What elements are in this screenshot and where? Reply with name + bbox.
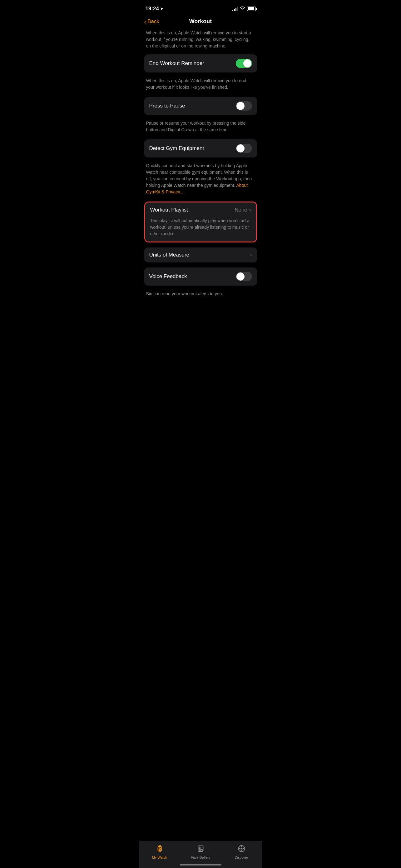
toggle-knob <box>236 273 244 281</box>
press-to-pause-label: Press to Pause <box>149 103 185 109</box>
workout-playlist-container: Workout Playlist None › This playlist wi… <box>144 202 257 243</box>
voice-feedback-label: Voice Feedback <box>149 273 187 280</box>
nav-bar: ‹ Back Workout <box>139 16 262 28</box>
status-time: 19:24 ➤ <box>145 6 163 12</box>
page-title: Workout <box>189 18 212 25</box>
back-button[interactable]: ‹ Back <box>144 19 159 25</box>
end-workout-reminder-block: End Workout Reminder When this is on, Ap… <box>144 54 257 92</box>
status-icons <box>232 6 256 11</box>
voice-feedback-block: Voice Feedback Siri can read your workou… <box>144 268 257 299</box>
press-to-pause-block: Press to Pause Pause or resume your work… <box>144 97 257 134</box>
voice-feedback-toggle[interactable] <box>236 272 252 281</box>
back-label: Back <box>147 19 159 25</box>
detect-gym-label: Detect Gym Equipment <box>149 145 204 152</box>
voice-feedback-description: Siri can read your workout alerts to you… <box>144 288 257 299</box>
toggle-knob <box>236 102 244 110</box>
detect-gym-row[interactable]: Detect Gym Equipment <box>144 140 257 157</box>
toggle-knob <box>243 59 252 67</box>
units-of-measure-chevron-icon: › <box>250 252 252 258</box>
signal-icon <box>232 6 238 11</box>
start-reminder-description: When this is on, Apple Watch will remind… <box>144 28 257 54</box>
press-to-pause-description: Pause or resume your workout by pressing… <box>144 118 257 134</box>
status-bar: 19:24 ➤ <box>139 0 262 16</box>
workout-playlist-block: Workout Playlist None › This playlist wi… <box>145 203 256 242</box>
workout-playlist-value: None <box>235 207 247 213</box>
units-of-measure-block: Units of Measure › <box>144 247 257 262</box>
end-workout-reminder-toggle[interactable] <box>236 59 252 68</box>
units-of-measure-row[interactable]: Units of Measure › <box>144 247 257 262</box>
end-workout-reminder-label: End Workout Reminder <box>149 60 204 67</box>
press-to-pause-row[interactable]: Press to Pause <box>144 97 257 115</box>
battery-icon <box>247 6 256 11</box>
end-workout-reminder-description: When this is on, Apple Watch will remind… <box>144 75 257 92</box>
detect-gym-block: Detect Gym Equipment Quickly connect and… <box>144 140 257 196</box>
location-icon: ➤ <box>160 6 163 11</box>
time-display: 19:24 <box>145 6 159 12</box>
press-to-pause-toggle[interactable] <box>236 101 252 111</box>
workout-playlist-chevron-icon: › <box>249 207 251 213</box>
back-chevron-icon: ‹ <box>144 19 146 25</box>
voice-feedback-row[interactable]: Voice Feedback <box>144 268 257 286</box>
workout-playlist-row[interactable]: Workout Playlist None › <box>145 203 256 217</box>
wifi-icon <box>240 6 245 11</box>
workout-playlist-label: Workout Playlist <box>150 207 188 213</box>
units-of-measure-label: Units of Measure <box>149 252 190 258</box>
detect-gym-description: Quickly connect and start workouts by ho… <box>144 160 257 196</box>
detect-gym-toggle[interactable] <box>236 144 252 153</box>
content-area: When this is on, Apple Watch will remind… <box>139 28 262 341</box>
end-workout-reminder-row[interactable]: End Workout Reminder <box>144 54 257 72</box>
workout-playlist-description: This playlist will automatically play wh… <box>145 217 256 242</box>
toggle-knob <box>236 144 244 153</box>
